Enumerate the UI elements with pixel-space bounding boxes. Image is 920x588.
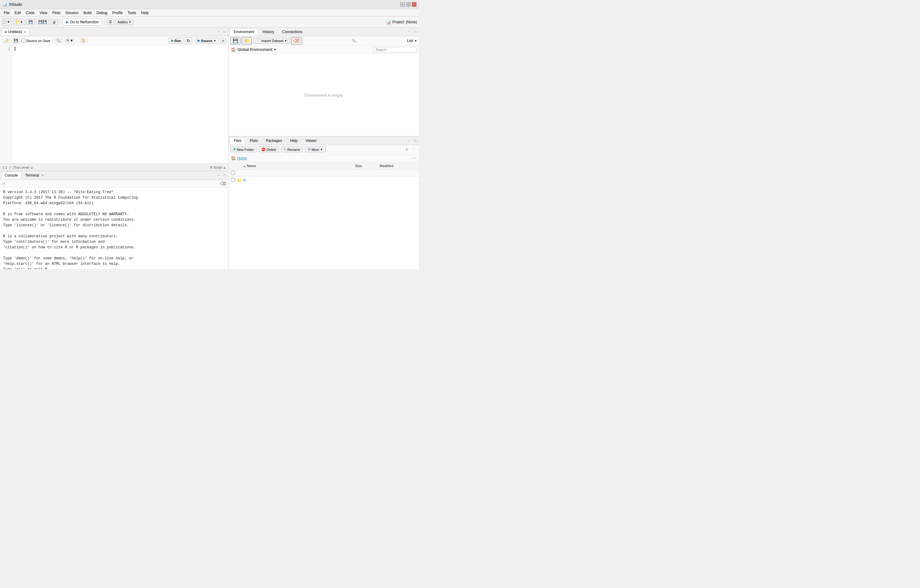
clear-env-button[interactable]: ⌫: [291, 37, 302, 44]
home-path-label[interactable]: Home: [237, 156, 247, 160]
global-env-bar: 🏠 Global Environment ▼: [228, 45, 419, 54]
env-search-input[interactable]: [374, 47, 416, 52]
files-refresh-icon[interactable]: ↻: [404, 147, 410, 152]
viewer-tab[interactable]: Viewer: [302, 137, 320, 144]
minimize-button[interactable]: −: [400, 2, 405, 7]
menu-file[interactable]: File: [1, 10, 12, 16]
save-script-button[interactable]: 💾: [12, 38, 20, 44]
console-minimize-button[interactable]: −: [216, 173, 221, 178]
editor-options-button[interactable]: ≡: [220, 38, 226, 44]
files-path-options[interactable]: ⋯: [411, 155, 416, 161]
console-clear-icon[interactable]: ⌫: [220, 181, 226, 186]
help-tab-label: Help: [290, 139, 298, 143]
menu-tools[interactable]: Tools: [125, 10, 139, 16]
connections-tab[interactable]: Connections: [279, 29, 306, 35]
tab-label: Untitled1: [8, 30, 23, 34]
new-script-button[interactable]: 📝: [2, 38, 10, 44]
environment-tab[interactable]: Environment: [230, 28, 258, 36]
console-startup-line-6: Type 'license()' or 'licence()' for dist…: [3, 223, 225, 228]
save-env-button[interactable]: 💾: [230, 37, 240, 44]
close-button[interactable]: ✕: [412, 2, 416, 7]
options-button[interactable]: ☰: [107, 19, 114, 25]
menu-edit[interactable]: Edit: [12, 10, 23, 16]
re-run-button[interactable]: ↻: [185, 37, 192, 44]
env-search[interactable]: 🔍: [352, 39, 357, 43]
files-tab[interactable]: Files: [230, 137, 245, 144]
global-env-dropdown-icon[interactable]: ▼: [274, 48, 276, 51]
source-dropdown-icon[interactable]: ▼: [214, 39, 216, 42]
files-extra-options-icon[interactable]: ⋮: [411, 147, 417, 152]
menu-debug[interactable]: Debug: [94, 10, 110, 16]
open-icon: 📁: [15, 20, 19, 24]
files-minimize-button[interactable]: −: [407, 138, 411, 143]
save-all-button[interactable]: 💾💾: [36, 19, 49, 25]
file-checkbox-container[interactable]: [231, 178, 237, 183]
script-type-label[interactable]: R Script ▲: [210, 166, 226, 169]
run-button[interactable]: ▶ Run: [168, 38, 184, 44]
menu-profile[interactable]: Profile: [110, 10, 125, 16]
search-button[interactable]: 🔍: [54, 38, 63, 44]
tab-close-icon[interactable]: ✕: [24, 30, 26, 34]
select-all-checkbox-container[interactable]: [231, 171, 237, 176]
menu-session[interactable]: Session: [63, 10, 81, 16]
env-minimize-button[interactable]: −: [407, 29, 411, 34]
source-button[interactable]: ▶ Source ▼: [195, 38, 219, 44]
print-button[interactable]: 🖨: [50, 19, 58, 25]
code-editor[interactable]: [12, 45, 228, 163]
open-dropdown-icon[interactable]: ▼: [20, 21, 23, 24]
packages-tab[interactable]: Packages: [262, 137, 286, 144]
size-column-header[interactable]: Size: [355, 164, 380, 168]
toolbar-separator-1: [60, 18, 60, 26]
plots-tab[interactable]: Plots: [246, 137, 262, 144]
help-tab[interactable]: Help: [287, 137, 301, 144]
titlebar-controls[interactable]: − □ ✕: [400, 2, 416, 7]
select-all-checkbox[interactable]: [231, 171, 235, 175]
history-tab-label: History: [262, 30, 274, 34]
maximize-button[interactable]: □: [406, 2, 411, 7]
files-maximize-button[interactable]: □: [413, 138, 418, 143]
terminal-close-icon[interactable]: ✕: [41, 173, 44, 177]
menu-view[interactable]: View: [37, 10, 50, 16]
import-dataset-button[interactable]: 📄 Import Dataset ▼: [253, 38, 290, 44]
env-search-area[interactable]: [374, 47, 416, 52]
menu-help[interactable]: Help: [139, 10, 151, 16]
delete-button[interactable]: ⛔ Delete: [259, 147, 279, 152]
code-tools-button[interactable]: ✎ ▼: [64, 38, 75, 44]
addins-button[interactable]: Addins ▼: [115, 19, 134, 25]
console-startup-line-3: Platform: x86_64-w64-mingw32/x64 (64-bit…: [3, 200, 225, 206]
env-maximize-button[interactable]: □: [413, 29, 418, 34]
editor-minimize-button[interactable]: −: [216, 29, 221, 34]
more-button[interactable]: ⚙ More ▼: [305, 147, 326, 152]
context-label[interactable]: (Top Level) ▲: [13, 166, 33, 169]
import-dropdown-icon[interactable]: ▼: [284, 39, 287, 42]
console-tab[interactable]: Console: [1, 172, 21, 179]
new-file-dropdown-icon[interactable]: ▼: [7, 20, 10, 24]
terminal-tab[interactable]: Terminal ✕: [22, 172, 47, 179]
menu-plots[interactable]: Plots: [50, 10, 63, 16]
new-folder-button[interactable]: ✚ New Folder: [230, 147, 257, 152]
menu-code[interactable]: Code: [23, 10, 37, 16]
file-row-r[interactable]: 📁 R: [228, 177, 419, 184]
file-name-r[interactable]: R: [243, 178, 355, 183]
source-on-save-label[interactable]: Source on Save: [21, 39, 50, 43]
files-path-bar: 🏠 Home ⋯: [228, 154, 419, 162]
file-checkbox[interactable]: [231, 178, 235, 182]
save-button[interactable]: 💾: [26, 19, 35, 25]
goto-file-function[interactable]: ▶ Go to file/function: [63, 19, 102, 26]
menu-build[interactable]: Build: [81, 10, 94, 16]
source-on-save-checkbox[interactable]: [21, 39, 26, 43]
console-maximize-button[interactable]: □: [222, 173, 227, 178]
name-column-header[interactable]: ▲ Name: [243, 164, 355, 168]
open-file-button[interactable]: 📁 ▼: [13, 19, 25, 25]
load-env-button[interactable]: 📁: [242, 37, 252, 44]
new-file-button[interactable]: □ ▼: [2, 18, 12, 26]
files-section: Files Plots Packages Help Viewer − □: [228, 136, 419, 269]
rename-button[interactable]: ✎ Rename: [281, 147, 303, 152]
modified-column-header[interactable]: Modified: [380, 164, 416, 168]
history-tab[interactable]: History: [259, 29, 277, 35]
editor-tab-untitled1[interactable]: ■ Untitled1 ✕: [1, 28, 29, 35]
list-dropdown-icon[interactable]: ▼: [414, 39, 417, 42]
compile-report-button[interactable]: 📜: [79, 38, 88, 44]
editor-maximize-button[interactable]: □: [222, 29, 227, 34]
console-output[interactable]: R version 3.4.3 (2017-11-30) -- "Kite-Ea…: [0, 187, 228, 269]
